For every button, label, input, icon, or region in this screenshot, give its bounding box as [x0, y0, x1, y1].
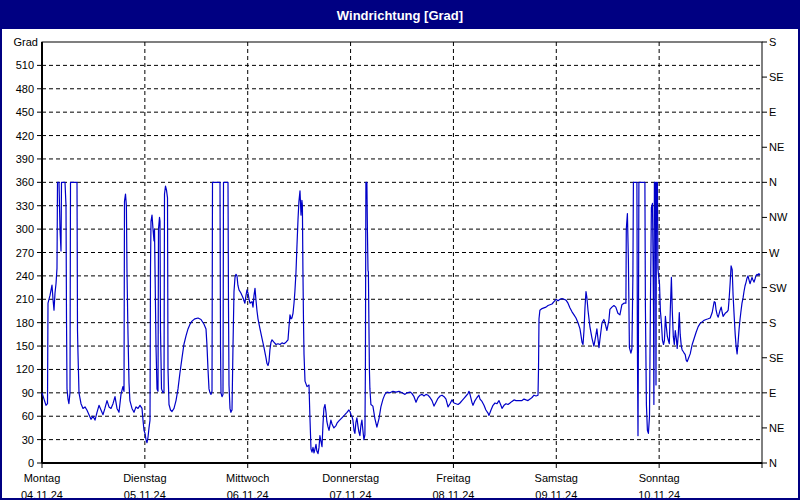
day-label: Donnerstag	[322, 472, 379, 484]
compass-tick-label: SE	[769, 71, 784, 83]
wind-direction-chart: 0306090120150180210240270300330360390420…	[2, 2, 800, 500]
date-label: 07.11.24	[330, 489, 372, 500]
compass-tick-label: N	[769, 176, 777, 188]
y-axis-unit-label: Grad	[14, 36, 38, 48]
y-axis-tick-label: 330	[16, 200, 34, 212]
y-axis-tick-label: 360	[16, 176, 34, 188]
compass-tick-label: SW	[769, 282, 787, 294]
window: Windrichtung [Grad] 03060901201501802102…	[0, 0, 800, 500]
y-axis-tick-label: 150	[16, 340, 34, 352]
y-axis-tick-label: 60	[22, 410, 34, 422]
y-axis-tick-label: 450	[16, 106, 34, 118]
y-axis-tick-label: 210	[16, 293, 34, 305]
y-axis-tick-label: 180	[16, 317, 34, 329]
compass-tick-label: SE	[769, 352, 784, 364]
compass-tick-label: N	[769, 457, 777, 469]
compass-tick-label: W	[769, 247, 780, 259]
day-label: Sonntag	[639, 472, 680, 484]
date-label: 06.11.24	[227, 489, 269, 500]
date-label: 08.11.24	[432, 489, 474, 500]
day-label: Samstag	[535, 472, 578, 484]
y-axis-tick-label: 480	[16, 83, 34, 95]
date-label: 09.11.24	[535, 489, 577, 500]
date-label: 04.11.24	[21, 489, 63, 500]
y-axis-tick-label: 90	[22, 387, 34, 399]
day-label: Dienstag	[123, 472, 166, 484]
day-label: Montag	[24, 472, 61, 484]
compass-tick-label: S	[769, 317, 776, 329]
y-axis-tick-label: 240	[16, 270, 34, 282]
date-label: 05.11.24	[124, 489, 166, 500]
day-label: Mittwoch	[226, 472, 269, 484]
wind-direction-line	[42, 182, 760, 453]
compass-tick-label: NE	[769, 422, 784, 434]
day-label: Freitag	[436, 472, 470, 484]
compass-tick-label: E	[769, 106, 776, 118]
y-axis-tick-label: 390	[16, 153, 34, 165]
compass-tick-label: S	[769, 36, 776, 48]
y-axis-tick-label: 270	[16, 247, 34, 259]
date-label: 10.11.24	[638, 489, 680, 500]
y-axis-tick-label: 120	[16, 363, 34, 375]
y-axis-tick-label: 510	[16, 59, 34, 71]
y-axis-tick-label: 0	[28, 457, 34, 469]
compass-tick-label: NW	[769, 211, 788, 223]
y-axis-tick-label: 30	[22, 434, 34, 446]
compass-tick-label: E	[769, 387, 776, 399]
y-axis-tick-label: 300	[16, 223, 34, 235]
y-axis-tick-label: 420	[16, 130, 34, 142]
compass-tick-label: NE	[769, 141, 784, 153]
